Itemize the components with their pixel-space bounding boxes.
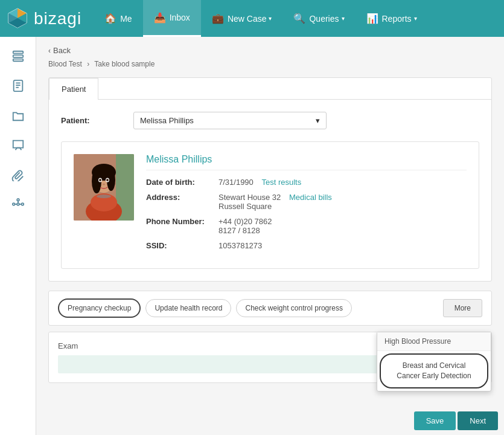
back-chevron-icon: ‹ (48, 47, 51, 55)
save-button[interactable]: Save (414, 411, 456, 430)
paperclip-icon (11, 168, 25, 181)
dropdown-arrow-icon: ▾ (316, 116, 320, 125)
svg-point-14 (12, 203, 14, 205)
medical-bills-link[interactable]: Medical bills (289, 193, 332, 202)
pregnancy-checkup-button[interactable]: Pregnancy checkup (58, 298, 141, 318)
patient-name: Melissa Phillips (146, 154, 467, 170)
action-bar: Pregnancy checkup Update health record C… (48, 291, 492, 326)
sidebar-item-folder[interactable] (5, 102, 31, 129)
check-weight-control-button[interactable]: Check weight control progress (236, 299, 351, 317)
search-icon: 🔍 (293, 13, 305, 24)
logo-text: bizagi (34, 9, 81, 28)
address-row: Address: Stewart House 32 Medical bills … (146, 193, 467, 211)
patient-field-label: Patient: (61, 116, 133, 125)
dob-value: 7/31/1990 Test results (219, 178, 301, 187)
svg-point-13 (17, 203, 19, 205)
update-health-record-button[interactable]: Update health record (145, 299, 231, 317)
svg-point-16 (17, 199, 19, 201)
phone-value1: +44 (0)20 7862 (219, 217, 272, 226)
nav-items: 🏠 Me 📥 Inbox 💼 New Case ▾ 🔍 Queries ▾ 📊 … (94, 0, 498, 37)
nav-queries-label: Queries (309, 14, 339, 24)
breadcrumb-part2: Take blood sample (94, 60, 155, 68)
patient-info-box: Melissa Phillips Date of birth: 7/31/199… (61, 141, 479, 269)
card-body: Patient: Melissa Phillips ▾ (49, 100, 491, 281)
more-button[interactable]: More (443, 299, 482, 317)
address-line1: Stewart House 32 (219, 193, 281, 202)
briefcase-icon: 💼 (212, 13, 224, 24)
patient-card: Patient Patient: Melissa Phillips ▾ (48, 77, 492, 282)
tab-header: Patient (49, 78, 491, 100)
back-label: Back (53, 46, 71, 55)
inbox-icon: 📥 (154, 12, 166, 24)
top-navigation: bizagi 🏠 Me 📥 Inbox 💼 New Case ▾ 🔍 Queri… (0, 0, 504, 37)
phone-label: Phone Number: (146, 217, 219, 226)
address-label: Address: (146, 193, 219, 202)
svg-rect-8 (13, 59, 23, 62)
phone-value2: 8127 / 8128 (219, 226, 272, 235)
nav-reports-label: Reports (382, 14, 412, 24)
nav-newcase-label: New Case (228, 14, 267, 24)
dob-row: Date of birth: 7/31/1990 Test results (146, 178, 467, 187)
address-line2: Russell Square (219, 202, 332, 211)
main-content: ‹ Back Blood Test › Take blood sample Pa… (36, 37, 504, 435)
more-dropdown: High Blood Pressure Breast and CervicalC… (377, 332, 491, 392)
network-icon (11, 198, 25, 211)
chevron-down-icon2: ▾ (342, 15, 345, 22)
nav-inbox-label: Inbox (170, 13, 190, 22)
nav-item-inbox[interactable]: 📥 Inbox (143, 0, 201, 37)
test-results-link[interactable]: Test results (261, 178, 301, 187)
folder-icon (11, 109, 25, 122)
ssid-value: 1053781273 (219, 241, 262, 250)
breadcrumb-separator: › (87, 60, 89, 68)
logo: bizagi (6, 7, 81, 30)
address-line1-wrapper: Stewart House 32 Medical bills (219, 193, 332, 202)
patient-dropdown-value: Melissa Phillips (140, 116, 194, 125)
chat-icon (11, 138, 25, 152)
sidebar (0, 37, 36, 435)
phone-row: Phone Number: +44 (0)20 7862 8127 / 8128 (146, 217, 467, 235)
ssid-label: SSID: (146, 241, 219, 250)
patient-selector-row: Patient: Melissa Phillips ▾ (61, 112, 479, 129)
sidebar-item-network[interactable] (5, 191, 31, 218)
list-icon (11, 50, 25, 63)
nav-item-queries[interactable]: 🔍 Queries ▾ (282, 0, 355, 37)
svg-point-33 (103, 184, 105, 185)
dob-label: Date of birth: (146, 178, 219, 187)
chart-icon: 📊 (366, 13, 378, 24)
sidebar-item-attach[interactable] (5, 161, 31, 188)
patient-details: Melissa Phillips Date of birth: 7/31/199… (146, 154, 467, 256)
nav-item-reports[interactable]: 📊 Reports ▾ (356, 0, 428, 37)
dropdown-header: High Blood Pressure (377, 332, 491, 351)
breadcrumb: Blood Test › Take blood sample (48, 60, 492, 68)
nav-me-label: Me (120, 14, 132, 24)
nav-item-me[interactable]: 🏠 Me (94, 0, 142, 37)
patient-photo-image (74, 154, 134, 221)
home-icon: 🏠 (104, 13, 116, 24)
svg-point-31 (99, 179, 101, 181)
chevron-down-icon3: ▾ (414, 15, 417, 22)
bottom-bar: Save Next (408, 407, 504, 435)
svg-point-15 (21, 203, 24, 205)
patient-dropdown[interactable]: Melissa Phillips ▾ (133, 112, 327, 129)
document-icon (11, 79, 25, 92)
dropdown-item-breast-cancer[interactable]: Breast and CervicalCancer Early Detectio… (380, 353, 488, 388)
sidebar-item-chat[interactable] (5, 132, 31, 158)
svg-point-32 (106, 179, 109, 181)
svg-rect-6 (13, 51, 23, 54)
next-button[interactable]: Next (458, 411, 498, 430)
back-link[interactable]: ‹ Back (48, 46, 492, 55)
bizagi-logo-icon (6, 7, 29, 30)
phone-value: +44 (0)20 7862 8127 / 8128 (219, 217, 272, 235)
sidebar-item-list2[interactable] (5, 72, 31, 99)
patient-photo (74, 154, 134, 221)
address-value: Stewart House 32 Medical bills Russell S… (219, 193, 332, 211)
tab-patient[interactable]: Patient (49, 78, 98, 100)
sidebar-item-list1[interactable] (5, 43, 31, 69)
dob-text: 7/31/1990 (219, 178, 254, 187)
nav-item-new-case[interactable]: 💼 New Case ▾ (201, 0, 283, 37)
ssid-row: SSID: 1053781273 (146, 241, 467, 250)
svg-rect-7 (13, 55, 23, 57)
svg-point-34 (97, 195, 111, 198)
chevron-down-icon: ▾ (269, 15, 272, 22)
breadcrumb-part1: Blood Test (48, 60, 82, 68)
